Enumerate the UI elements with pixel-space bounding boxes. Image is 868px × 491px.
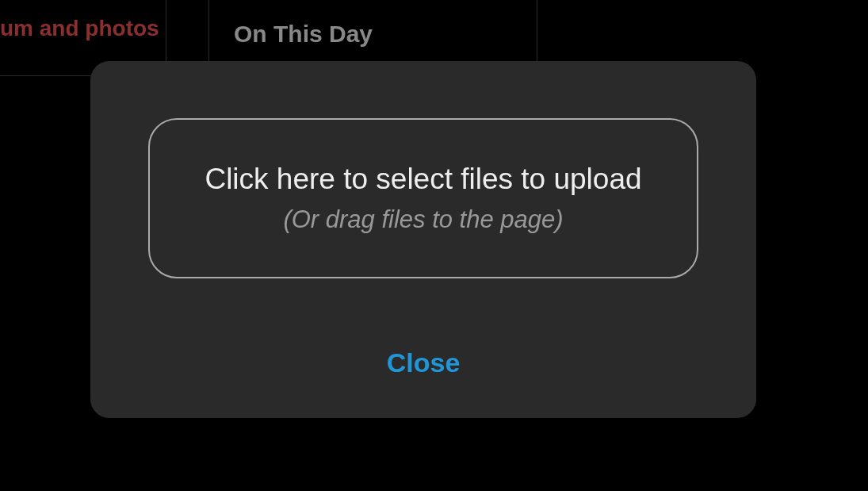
tab-album-photos[interactable]: um and photos [0, 8, 159, 49]
close-button[interactable]: Close [371, 339, 476, 386]
divider [537, 0, 537, 63]
file-dropzone[interactable]: Click here to select files to upload (Or… [148, 118, 698, 278]
section-heading-on-this-day: On This Day [234, 21, 373, 48]
dropzone-sub-text: (Or drag files to the page) [283, 205, 563, 234]
tab-label: um and photos [0, 16, 159, 40]
upload-modal: Click here to select files to upload (Or… [90, 61, 756, 418]
divider [208, 0, 209, 63]
dropzone-main-text: Click here to select files to upload [205, 163, 641, 196]
